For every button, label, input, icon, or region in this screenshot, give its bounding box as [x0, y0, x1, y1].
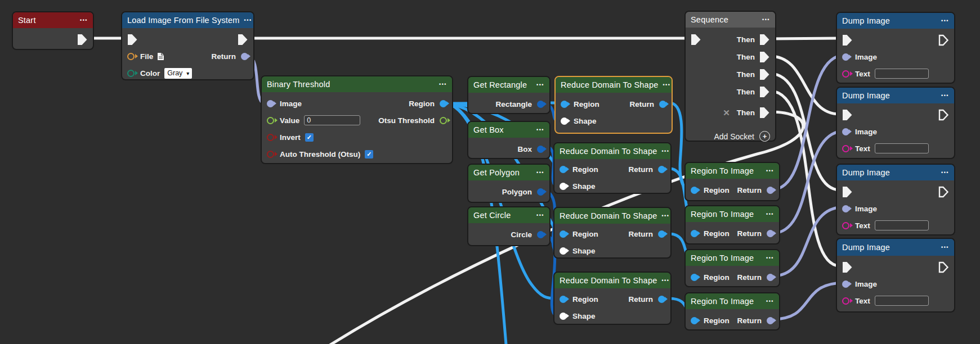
flow-output-port[interactable]: [938, 261, 949, 273]
menu-icon[interactable]: •••: [941, 170, 949, 175]
menu-icon[interactable]: •••: [439, 82, 447, 87]
node-header[interactable]: Reduce Domain To Shape •••: [554, 273, 670, 288]
node-reduce-domain-to-shape-2[interactable]: Reduce Domain To Shape ••• Region Return…: [553, 142, 672, 194]
node-header[interactable]: Get Polygon •••: [468, 165, 549, 180]
menu-icon[interactable]: •••: [941, 93, 949, 98]
node-reduce-domain-to-shape-3[interactable]: Reduce Domain To Shape ••• Region Return…: [553, 207, 672, 259]
node-dump-image-3[interactable]: Dump Image ••• Image Text: [836, 164, 955, 236]
return-output-port[interactable]: [659, 101, 666, 108]
menu-icon[interactable]: •••: [661, 213, 669, 219]
node-header[interactable]: Load Image From File System •••: [122, 12, 253, 28]
region-input-port[interactable]: [560, 230, 567, 238]
text-input-port[interactable]: [842, 297, 849, 305]
then-output-port[interactable]: [759, 86, 770, 98]
file-input-port[interactable]: [127, 53, 135, 60]
menu-icon[interactable]: •••: [536, 170, 544, 175]
flow-input-port[interactable]: [127, 34, 138, 46]
image-input-port[interactable]: [267, 100, 274, 107]
node-get-circle[interactable]: Get Circle ••• Circle: [467, 206, 551, 246]
node-dump-image-1[interactable]: Dump Image ••• Image Text: [836, 12, 955, 84]
node-header[interactable]: Sequence •••: [686, 12, 775, 28]
menu-icon[interactable]: •••: [766, 168, 774, 174]
region-output-port[interactable]: [440, 100, 447, 107]
node-header[interactable]: Dump Image •••: [837, 88, 954, 103]
shape-input-port[interactable]: [560, 313, 567, 320]
node-reduce-domain-to-shape-4[interactable]: Reduce Domain To Shape ••• Region Return…: [553, 271, 672, 325]
node-header[interactable]: Region To Image •••: [686, 163, 779, 179]
return-output-port[interactable]: [658, 296, 665, 303]
node-region-to-image-2[interactable]: Region To Image ••• Region Return: [684, 205, 780, 245]
color-select[interactable]: Gray ▾: [164, 68, 192, 79]
flow-output-port[interactable]: [938, 186, 949, 198]
menu-icon[interactable]: •••: [941, 245, 949, 250]
add-socket-button[interactable]: +: [759, 131, 770, 142]
menu-icon[interactable]: •••: [536, 127, 544, 133]
node-get-rectangle[interactable]: Get Rectangle ••• Rectangle: [467, 76, 551, 114]
region-input-port[interactable]: [691, 187, 698, 194]
image-input-port[interactable]: [842, 128, 849, 135]
text-input-port[interactable]: [842, 222, 849, 229]
text-input-port[interactable]: [842, 145, 849, 152]
node-sequence[interactable]: Sequence ••• Then Then Then Then ✕ Then …: [684, 11, 776, 142]
node-header[interactable]: Region To Image •••: [686, 206, 779, 222]
node-header[interactable]: Binary Threshold •••: [262, 76, 452, 92]
auto-threshold-input-port[interactable]: [267, 151, 274, 158]
color-input-port[interactable]: [127, 70, 135, 77]
text-input[interactable]: [875, 69, 929, 79]
flow-output-port[interactable]: [938, 109, 949, 121]
flow-output-port[interactable]: [77, 34, 88, 46]
region-input-port[interactable]: [691, 317, 698, 324]
node-header[interactable]: Dump Image •••: [837, 13, 954, 29]
node-binary-threshold[interactable]: Binary Threshold ••• Image Region Value …: [261, 75, 453, 164]
node-header[interactable]: Reduce Domain To Shape •••: [554, 143, 670, 159]
invert-checkbox[interactable]: ✓: [305, 133, 314, 142]
return-output-port[interactable]: [241, 53, 248, 60]
menu-icon[interactable]: •••: [661, 278, 669, 283]
polygon-output-port[interactable]: [537, 188, 544, 196]
flow-output-port[interactable]: [938, 34, 949, 46]
node-header[interactable]: Reduce Domain To Shape •••: [554, 208, 670, 224]
node-header[interactable]: Dump Image •••: [837, 165, 954, 180]
region-input-port[interactable]: [691, 230, 698, 237]
menu-icon[interactable]: •••: [766, 298, 774, 304]
return-output-port[interactable]: [658, 230, 665, 238]
node-header[interactable]: Get Circle •••: [468, 207, 549, 223]
node-get-polygon[interactable]: Get Polygon ••• Polygon: [467, 164, 551, 203]
otsu-threshold-output-port[interactable]: [440, 117, 447, 124]
menu-icon[interactable]: •••: [941, 18, 949, 24]
wire-flow-then2-to-dump2[interactable]: [770, 56, 840, 114]
menu-icon[interactable]: •••: [663, 82, 670, 88]
shape-input-port[interactable]: [560, 247, 567, 255]
node-dump-image-2[interactable]: Dump Image ••• Image Text: [836, 87, 955, 159]
flow-input-port[interactable]: [691, 34, 701, 46]
circle-output-port[interactable]: [537, 231, 544, 238]
flow-input-port[interactable]: [842, 109, 853, 121]
node-get-box[interactable]: Get Box ••• Box: [467, 121, 551, 159]
then-output-port[interactable]: [759, 107, 770, 119]
node-region-to-image-1[interactable]: Region To Image ••• Region Return: [684, 162, 780, 201]
image-input-port[interactable]: [842, 53, 849, 61]
value-input-port[interactable]: [267, 117, 274, 124]
flow-input-port[interactable]: [842, 34, 853, 46]
wire-flow-then1-to-dump1[interactable]: [770, 38, 840, 39]
image-input-port[interactable]: [842, 280, 849, 288]
menu-icon[interactable]: •••: [536, 212, 544, 218]
box-output-port[interactable]: [537, 146, 544, 153]
rectangle-output-port[interactable]: [537, 101, 544, 108]
flow-input-port[interactable]: [842, 261, 853, 273]
then-output-port[interactable]: [759, 34, 770, 46]
node-header[interactable]: Dump Image •••: [837, 239, 954, 256]
node-header[interactable]: Region To Image •••: [686, 250, 779, 266]
node-editor-canvas[interactable]: { "colors": { "canvas_bg": "#2d2d2d", "n…: [0, 0, 980, 344]
remove-socket-icon[interactable]: ✕: [723, 108, 730, 118]
shape-input-port[interactable]: [560, 183, 567, 190]
text-input[interactable]: [875, 143, 929, 153]
node-header[interactable]: Get Box •••: [468, 122, 549, 138]
return-output-port[interactable]: [767, 230, 774, 237]
region-input-port[interactable]: [691, 274, 698, 281]
image-input-port[interactable]: [842, 205, 849, 212]
node-start[interactable]: Start •••: [12, 11, 94, 50]
node-load-image-from-file-system[interactable]: Load Image From File System ••• File Ret…: [121, 11, 254, 80]
menu-icon[interactable]: •••: [244, 17, 252, 23]
value-input[interactable]: [304, 115, 360, 125]
